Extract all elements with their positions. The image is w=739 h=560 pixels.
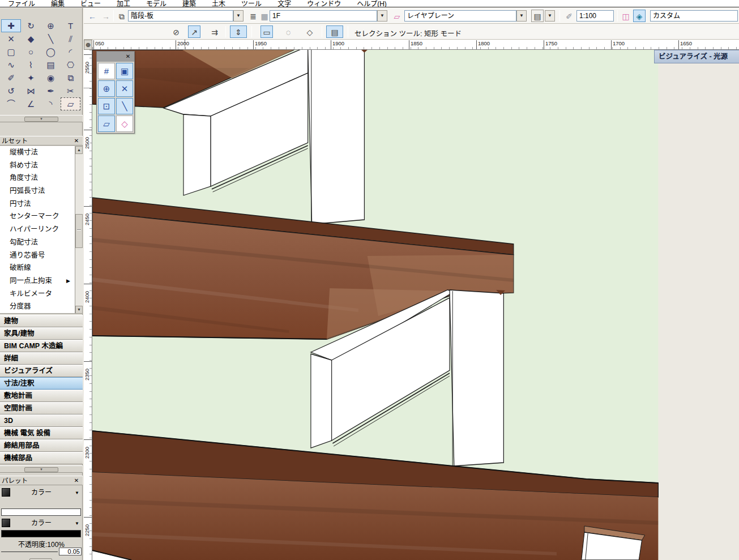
layer-plane-icon[interactable]: ▱ xyxy=(391,10,403,22)
layer-dropdown-arrow-icon[interactable]: ▼ xyxy=(377,10,387,22)
window-view-icon[interactable]: ◫ xyxy=(620,10,632,22)
mirror-tool-icon[interactable]: ⋈ xyxy=(21,84,41,97)
menu-item-9[interactable]: 文字 xyxy=(270,0,299,7)
toolset-item-12[interactable]: キルビメータ xyxy=(0,288,75,301)
scale-field[interactable]: 1:100 xyxy=(576,10,614,22)
clip-tool-icon[interactable]: ⧉ xyxy=(61,71,80,84)
category-button-9[interactable]: 3D xyxy=(0,414,83,427)
pen-tool-icon[interactable]: ✒ xyxy=(41,84,61,97)
menu-item-1[interactable]: ファイル xyxy=(0,0,43,7)
connector-mode-icon[interactable]: ⇕ xyxy=(230,25,247,38)
cabinet-mode-icon[interactable]: ▤ xyxy=(326,25,343,38)
category-button-11[interactable]: 締結用部品 xyxy=(0,439,83,452)
select-similar-tool-icon[interactable]: ◉ xyxy=(41,71,61,84)
toolset-item-3[interactable]: 角度寸法 xyxy=(0,172,75,185)
plane-dropdown-arrow-icon[interactable]: ▼ xyxy=(516,10,527,22)
zoom-tool-icon[interactable]: ⊕ xyxy=(41,19,61,32)
layer-options-icon[interactable]: ▦ xyxy=(258,10,271,22)
scroll-up-icon[interactable]: ▲ xyxy=(75,146,83,154)
toolset-item-5[interactable]: 円寸法 xyxy=(0,198,75,211)
toolset-item-2[interactable]: 斜め寸法 xyxy=(0,159,75,172)
category-button-10[interactable]: 機械 電気 設備 xyxy=(0,427,83,439)
fillet-point-tool-icon[interactable]: ◝ xyxy=(41,97,61,110)
pen-color-preview[interactable] xyxy=(1,508,81,516)
snap-angle-icon[interactable]: ⊕ xyxy=(98,80,115,97)
move-mode-icon[interactable]: ↗ xyxy=(188,25,200,38)
fill-color-dropdown-icon[interactable]: ▼ xyxy=(75,521,79,526)
category-button-6[interactable]: 寸法/注釈 xyxy=(0,377,83,390)
scroll-down-icon[interactable]: ▼ xyxy=(75,306,83,314)
rect-marquee-icon[interactable]: ▭ xyxy=(260,25,273,38)
toolset-scrollbar[interactable]: ▲ ▼ xyxy=(75,146,83,314)
eyedropper-tool-icon[interactable]: ✐ xyxy=(1,71,21,84)
menu-item-4[interactable]: 加工 xyxy=(109,0,138,7)
rounded-rect-tool-icon[interactable]: ▢ xyxy=(1,45,21,58)
text-tool-icon[interactable]: T xyxy=(61,19,80,32)
saved-view-dropdown[interactable]: 階段-板 xyxy=(128,10,233,22)
toolset-item-9[interactable]: 通り芯番号 xyxy=(0,249,75,262)
toolset-item-11[interactable]: 同一点上拘束▶ xyxy=(0,275,75,288)
polyline-tool-icon[interactable]: ⌇ xyxy=(21,58,41,71)
trim-tool-icon[interactable]: ✂ xyxy=(61,84,80,97)
eraser-tool-icon[interactable]: ▱ xyxy=(61,97,80,110)
arc-tool-icon[interactable]: ◜ xyxy=(61,45,80,58)
rotate-tool-icon[interactable]: ↺ xyxy=(1,84,21,97)
snap-tangent-icon[interactable]: ▱ xyxy=(98,116,115,132)
chamfer-tool-icon[interactable]: ∠ xyxy=(21,97,41,110)
snap-edge-icon[interactable]: ╲ xyxy=(116,98,133,114)
drawing-canvas[interactable] xyxy=(92,50,739,560)
category-button-1[interactable]: 建物 xyxy=(0,315,83,327)
menu-item-7[interactable]: 土木 xyxy=(204,0,233,7)
snap-palette-titlebar[interactable]: ✕ xyxy=(97,52,134,62)
snap-intersection-icon[interactable]: ✕ xyxy=(116,80,133,97)
toolset-item-1[interactable]: 縦横寸法 xyxy=(0,146,75,159)
visualize-light-panel-titlebar[interactable]: ビジュアライズ - 光源 xyxy=(654,50,739,63)
toolset-item-13[interactable]: 分度器 xyxy=(0,300,75,313)
fit-3d-tool-icon[interactable]: ◆ xyxy=(21,32,41,45)
toolset-item-10[interactable]: 破断線 xyxy=(0,262,75,275)
category-button-5[interactable]: ビジュアライズ xyxy=(0,365,83,377)
line-tool-icon[interactable]: ╲ xyxy=(41,32,61,45)
toolset-item-6[interactable]: センターマーク xyxy=(0,210,75,223)
fill-color-preview[interactable] xyxy=(1,530,81,537)
forward-icon[interactable]: → xyxy=(100,10,112,22)
lasso-marquee-icon[interactable]: ◌ xyxy=(282,25,294,38)
snap-object-icon[interactable]: ▣ xyxy=(116,63,133,79)
tool-palette-collapse-icon[interactable]: ▼ xyxy=(24,117,58,122)
disable-snap-icon[interactable]: ⊘ xyxy=(170,25,182,38)
menu-item-6[interactable]: 建築 xyxy=(174,0,204,7)
menu-item-2[interactable]: 編集 xyxy=(43,0,72,7)
toolset-item-4[interactable]: 円弧長寸法 xyxy=(0,185,75,198)
layers-icon[interactable]: ≣ xyxy=(247,10,259,22)
menu-item-10[interactable]: ウィンドウ xyxy=(299,0,349,7)
ruler-origin-button[interactable]: ⊕ xyxy=(84,40,92,50)
freeform-tool-icon[interactable]: ∿ xyxy=(1,58,21,71)
category-button-12[interactable]: 機械部品 xyxy=(0,452,83,464)
snap-planar-icon[interactable]: ◇ xyxy=(116,116,133,132)
sheet-icon[interactable]: ▤ xyxy=(531,10,544,22)
snap-palette-close-icon[interactable]: ✕ xyxy=(124,53,132,61)
toolset-panel-close-icon[interactable]: ✕ xyxy=(72,137,80,145)
poly-marquee-icon[interactable]: ◇ xyxy=(304,25,316,38)
surface-tool-icon[interactable]: ▤ xyxy=(41,58,61,71)
layer-dropdown[interactable]: 1F xyxy=(270,10,377,22)
ellipse-tool-icon[interactable]: ◯ xyxy=(41,45,61,58)
scrollbar-thumb[interactable] xyxy=(75,214,83,248)
category-button-7[interactable]: 敷地計画 xyxy=(0,390,83,402)
snap-distance-icon[interactable]: ⊡ xyxy=(98,98,115,114)
menu-item-11[interactable]: ヘルプ(H) xyxy=(349,0,395,7)
menu-item-8[interactable]: ツール xyxy=(233,0,270,7)
back-icon[interactable]: ← xyxy=(86,10,99,22)
orbit-tool-icon[interactable]: ↻ xyxy=(21,19,41,32)
opacity-slider[interactable] xyxy=(1,552,58,552)
multi-move-icon[interactable]: ⇉ xyxy=(208,25,221,38)
sheet-dropdown-arrow-icon[interactable]: ▼ xyxy=(545,10,555,22)
scale-icon[interactable]: ✐ xyxy=(563,10,575,22)
category-button-8[interactable]: 空間計画 xyxy=(0,402,83,414)
unified-view-icon[interactable]: ◈ xyxy=(633,10,646,22)
pan-tool-icon[interactable]: ✚ xyxy=(1,19,21,32)
delete-tool-icon[interactable]: ✕ xyxy=(1,32,21,45)
menu-item-3[interactable]: ビュー xyxy=(72,0,109,7)
current-view-dropdown[interactable]: カスタム xyxy=(650,10,738,22)
pen-color-dropdown-icon[interactable]: ▼ xyxy=(75,490,79,495)
